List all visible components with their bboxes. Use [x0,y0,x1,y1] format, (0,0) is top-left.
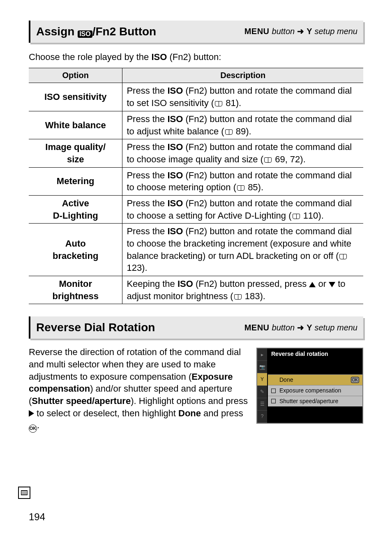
intro-pre: Choose the role played by the [29,52,151,62]
screen-row-shutter[interactable]: Shutter speed/aperture [268,396,362,406]
page-ref-icon [339,254,347,259]
option-cell: Monitorbrightness [29,276,122,304]
sidebar-icon-setup: Y [257,373,267,385]
rp-t5: and press [201,408,243,418]
crumb-button-2: button [272,322,295,333]
option-cell: Metering [29,167,122,195]
page-number: 194 [29,510,45,524]
crumb-menu-2: MENU [244,322,270,333]
table-row: MeteringPress the ISO (Fn2) button and r… [29,167,363,195]
sidebar-icon-play: ▸ [257,348,267,361]
description-cell: Press the ISO (Fn2) button and rotate th… [122,224,363,276]
intro-post: (Fn2) button: [167,52,221,62]
ok-button-icon: OK [29,425,37,433]
camera-screen-wrap: ▸ 📷 Y ✎ ☰ ? Reverse dial rotation Done O… [256,348,363,424]
table-row: ActiveD-LightingPress the ISO (Fn2) butt… [29,195,363,223]
crumb-menu: MENU [244,26,270,37]
section-header-reverse: Reverse Dial Rotation MENU button ➜ Y se… [29,316,363,339]
page-ref-icon [225,129,233,135]
table-row: White balancePress the ISO (Fn2) button … [29,111,363,139]
setup-menu-icon-2: Y [307,322,312,333]
description-cell: Press the ISO (Fn2) button and rotate th… [122,195,363,223]
setup-menu-icon: Y [307,26,312,37]
option-cell: ActiveD-Lighting [29,195,122,223]
intro-bold: ISO [151,52,167,62]
option-cell: Autobracketing [29,224,122,276]
checkbox-icon [271,388,276,393]
table-row: MonitorbrightnessKeeping the ISO (Fn2) b… [29,276,363,304]
description-cell: Press the ISO (Fn2) button and rotate th… [122,83,363,111]
description-cell: Press the ISO (Fn2) button and rotate th… [122,139,363,167]
table-row: ISO sensitivityPress the ISO (Fn2) butto… [29,83,363,111]
rp-b2: Shutter speed/aperture [32,396,131,406]
page-ref-icon [234,294,242,300]
up-triangle-icon [309,282,316,287]
sidebar-icon-help: ? [257,411,267,423]
th-option: Option [29,68,122,83]
page-ref-icon [293,214,300,219]
table-row: AutobracketingPress the ISO (Fn2) button… [29,224,363,276]
right-triangle-icon [29,410,34,417]
ok-badge: OK [351,377,359,383]
breadcrumb-reverse: MENU button ➜ Y setup menu [244,322,357,333]
title-suffix: /Fn2 Button [92,25,157,38]
section-title-assign: Assign ISO/Fn2 Button [36,24,156,39]
rp-t4: to select or deselect, then highlight [34,408,178,418]
crumb-setup-2: setup menu [314,322,357,333]
description-cell: Keeping the ISO (Fn2) button pressed, pr… [122,276,363,304]
th-description: Description [122,68,363,83]
row-done-label: Done [279,376,293,384]
screen-spacer [268,360,362,374]
down-triangle-icon [329,282,335,287]
sidebar-icon-mymenu: ☰ [257,398,267,411]
screen-bottom [268,406,362,423]
options-table: Option Description ISO sensitivityPress … [29,68,363,304]
rp-t3: ). Highlight options and press [131,396,248,406]
arrow-icon-2: ➜ [297,322,304,333]
description-cell: Press the ISO (Fn2) button and rotate th… [122,111,363,139]
title-prefix: Assign [36,25,78,38]
rp-t6: . [37,420,39,430]
sidebar-icon-camera: 📷 [257,361,267,373]
row-exp-label: Exposure compensation [279,387,341,395]
iso-icon: ISO [78,30,92,38]
rp-b3: Done [178,408,201,418]
screen-row-done[interactable]: Done OK [268,374,362,385]
crumb-setup: setup menu [314,26,357,37]
option-cell: White balance [29,111,122,139]
description-cell: Press the ISO (Fn2) button and rotate th… [122,167,363,195]
footer-menu-icon [18,487,30,499]
camera-sidebar: ▸ 📷 Y ✎ ☰ ? [257,348,267,423]
table-row: Image quality/sizePress the ISO (Fn2) bu… [29,139,363,167]
screen-row-exposure[interactable]: Exposure compensation [268,385,362,396]
checkbox-icon [271,399,276,404]
option-cell: Image quality/size [29,139,122,167]
intro-text: Choose the role played by the ISO (Fn2) … [29,51,363,63]
row-shutter-label: Shutter speed/aperture [279,397,338,405]
sidebar-icon-retouch: ✎ [257,386,267,398]
arrow-icon: ➜ [297,26,304,37]
screen-title: Reverse dial rotation [268,348,362,360]
breadcrumb-assign: MENU button ➜ Y setup menu [244,26,357,37]
page-ref-icon [215,101,222,106]
page-ref-icon [237,185,244,191]
section-header-assign: Assign ISO/Fn2 Button MENU button ➜ Y se… [29,21,363,43]
section-title-reverse: Reverse Dial Rotation [36,320,155,335]
page-ref-icon [264,157,272,163]
camera-screen: ▸ 📷 Y ✎ ☰ ? Reverse dial rotation Done O… [256,348,363,424]
crumb-button: button [272,26,295,37]
option-cell: ISO sensitivity [29,83,122,111]
